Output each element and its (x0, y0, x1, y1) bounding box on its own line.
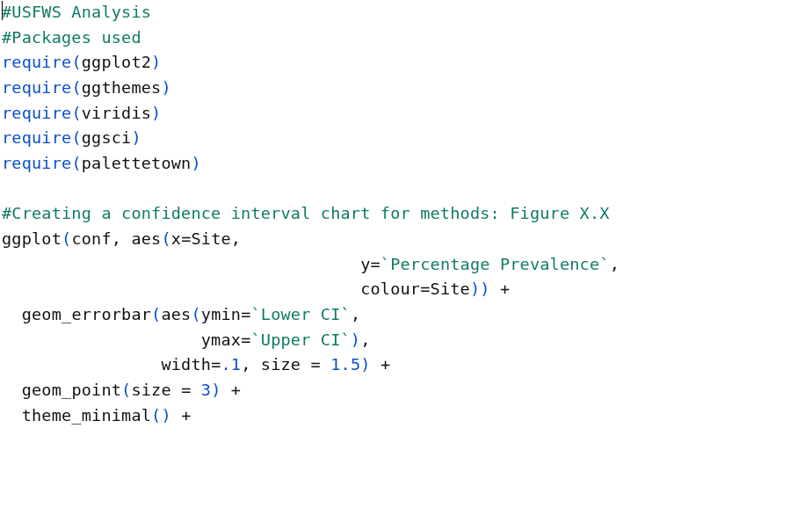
pkg-name: viridis (82, 104, 151, 122)
arg-colour: colour (360, 279, 420, 298)
paren-close: ) (360, 355, 370, 374)
paren-close: ) (351, 330, 360, 349)
paren-close: ) (131, 128, 141, 147)
paren-close: ) (151, 53, 161, 71)
paren-open: ( (71, 78, 81, 97)
arg-y: y (360, 255, 370, 273)
pkg-name: ggthemes (82, 78, 162, 97)
num-width: .1 (221, 355, 241, 374)
comment-line: #Creating a confidence interval chart fo… (2, 204, 610, 222)
paren-open: ( (151, 305, 161, 323)
arg-x: x (171, 229, 181, 248)
num-size3: 3 (201, 381, 211, 399)
comma: , (360, 330, 370, 349)
text-cursor (2, 1, 3, 20)
paren-open: ( (191, 305, 200, 323)
keyword-require: require (2, 128, 71, 147)
comment-line: #Packages used (2, 28, 141, 47)
keyword-require: require (2, 53, 71, 71)
paren-close: ) (480, 279, 489, 298)
keyword-require: require (2, 78, 71, 97)
pkg-name: ggsci (82, 128, 132, 147)
equals-op: = (181, 229, 191, 248)
paren-close: ) (470, 279, 480, 298)
arg-site: Site (431, 279, 470, 298)
fn-aes: aes (131, 229, 161, 248)
string-pp: `Percentage Prevalence` (381, 255, 610, 273)
num-size: 1.5 (330, 355, 360, 374)
string-uci: `Upper CI` (250, 330, 350, 349)
arg-site: Site (191, 229, 230, 248)
fn-errorbar: geom_errorbar (22, 305, 151, 323)
arg-size: size (131, 381, 170, 399)
equals-op: = (420, 279, 430, 298)
paren-close: ) (211, 381, 221, 399)
fn-aes: aes (161, 305, 191, 323)
paren-open: ( (71, 104, 81, 122)
pkg-name: palettetown (82, 154, 192, 172)
paren-close: ) (161, 406, 170, 425)
arg-size: size (261, 355, 301, 374)
equals-op: = (371, 255, 381, 273)
paren-open: ( (71, 154, 81, 172)
plus-op: + (181, 406, 191, 425)
code-editor[interactable]: #USFWS Analysis #Packages used require(g… (0, 0, 812, 430)
paren-open: ( (62, 229, 71, 248)
fn-ggplot: ggplot (2, 229, 62, 248)
comment-line: #USFWS Analysis (2, 3, 151, 21)
fn-point: geom_point (22, 381, 121, 399)
comma: , (112, 229, 132, 248)
equals-op: = (311, 355, 321, 374)
paren-open: ( (161, 229, 170, 248)
comma: , (610, 255, 620, 273)
paren-open: ( (71, 128, 81, 147)
arg-conf: conf (71, 229, 111, 248)
string-lci: `Lower CI` (251, 305, 351, 323)
comma: , (231, 229, 241, 248)
plus-op: + (381, 355, 390, 374)
comma: , (241, 355, 261, 374)
pkg-name: ggplot2 (82, 53, 151, 71)
equals-op: = (241, 305, 250, 323)
arg-ymin: ymin (201, 305, 241, 323)
paren-close: ) (151, 104, 161, 122)
comma: , (351, 305, 360, 323)
fn-theme: theme_minimal (22, 406, 151, 425)
equals-op: = (241, 330, 250, 349)
arg-width: width (161, 355, 211, 374)
plus-op: + (231, 381, 241, 399)
equals-op: = (211, 355, 221, 374)
paren-open: ( (151, 406, 161, 425)
arg-ymax: ymax (201, 330, 241, 349)
paren-close: ) (161, 78, 170, 97)
paren-close: ) (191, 154, 200, 172)
plus-op: + (500, 279, 510, 298)
keyword-require: require (2, 104, 71, 122)
equals-op: = (181, 381, 191, 399)
keyword-require: require (2, 154, 71, 172)
paren-open: ( (121, 381, 131, 399)
paren-open: ( (71, 53, 81, 71)
